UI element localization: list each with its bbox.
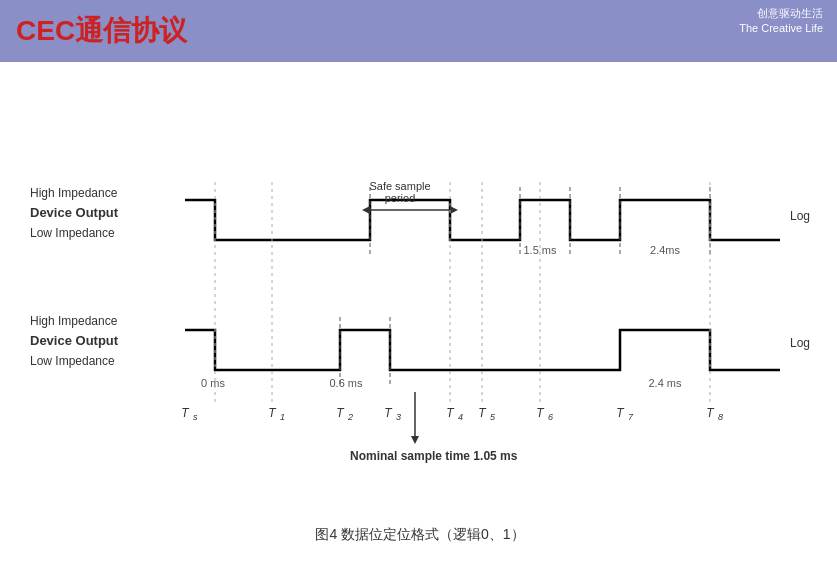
marker-t4: T: [446, 406, 455, 420]
top-device-output-label: Device Output: [30, 205, 119, 220]
brand-area: 创意驱动生活 The Creative Life: [739, 6, 823, 37]
marker-t1: T: [268, 406, 277, 420]
marker-t6-sub: 6: [548, 412, 553, 422]
safe-sample-label2: period: [385, 192, 416, 204]
bot-time2: 2.4 ms: [648, 377, 682, 389]
marker-t8-sub: 8: [718, 412, 723, 422]
marker-t6: T: [536, 406, 545, 420]
marker-t8: T: [706, 406, 715, 420]
safe-sample-label: Safe sample: [369, 180, 430, 192]
marker-t4-sub: 4: [458, 412, 463, 422]
bot-high-impedance-label: High Impedance: [30, 314, 118, 328]
marker-t7: T: [616, 406, 625, 420]
marker-t5: T: [478, 406, 487, 420]
waveform-svg: High Impedance Device Output Low Impedan…: [30, 82, 810, 512]
bot-time1: 0.6 ms: [329, 377, 363, 389]
brand-logo: 创意驱动生活 The Creative Life: [739, 6, 823, 37]
marker-t3-sub: 3: [396, 412, 401, 422]
marker-ts: T: [181, 406, 190, 420]
marker-t3: T: [384, 406, 393, 420]
top-time2: 2.4ms: [650, 244, 680, 256]
page-header: CEC通信协议 创意驱动生活 The Creative Life: [0, 0, 837, 62]
bot-device-output-label: Device Output: [30, 333, 119, 348]
safe-sample-arrow-left: [362, 206, 370, 214]
marker-ts-sub: s: [193, 412, 198, 422]
bot-low-impedance-label: Low Impedance: [30, 354, 115, 368]
logical0-label: Logical 0: [790, 209, 810, 223]
bot-time0: 0 ms: [201, 377, 225, 389]
diagram-caption: 图4 数据位定位格式（逻辑0、1）: [30, 526, 810, 544]
page-title: CEC通信协议: [16, 12, 187, 50]
marker-t1-sub: 1: [280, 412, 285, 422]
nominal-arrow-head: [411, 436, 419, 444]
marker-t5-sub: 5: [490, 412, 496, 422]
main-content: High Impedance Device Output Low Impedan…: [0, 62, 837, 554]
logical1-label: Logical 1: [790, 336, 810, 350]
nominal-sample-label: Nominal sample time 1.05 ms: [350, 449, 518, 463]
marker-t2: T: [336, 406, 345, 420]
safe-sample-arrow-right: [450, 206, 458, 214]
top-high-impedance-label: High Impedance: [30, 186, 118, 200]
marker-t7-sub: 7: [628, 412, 634, 422]
marker-t2-sub: 2: [347, 412, 353, 422]
diagram-area: High Impedance Device Output Low Impedan…: [30, 82, 810, 544]
top-low-impedance-label: Low Impedance: [30, 226, 115, 240]
